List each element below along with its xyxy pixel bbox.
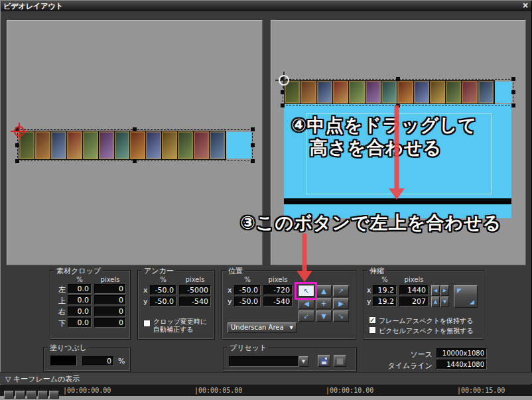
timeline-ruler[interactable]: |00:00:00.00 |00:00:05.00 |00:00:10.00 |… xyxy=(0,385,532,400)
preset-dropdown-arrow-button[interactable]: ▼ xyxy=(299,356,308,367)
percent-column-header: % xyxy=(150,276,176,283)
anchor-crosshair-icon[interactable] xyxy=(275,72,293,89)
stretch-fit-button[interactable]: ◤ ◢ xyxy=(454,285,478,308)
selection-handle[interactable] xyxy=(511,77,515,81)
crop-bottom-label: 下 xyxy=(58,318,66,328)
fit-arrow-top-left-icon: ◤ xyxy=(457,288,462,294)
keyframe-toggle-label: キーフレームの表示 xyxy=(13,375,80,383)
crop-top-pixels-field[interactable]: 0 xyxy=(94,295,126,305)
fill-percent-field[interactable]: 0 xyxy=(82,356,114,366)
anchor-x-percent-field[interactable]: -50.0 xyxy=(150,285,176,295)
fit-arrow-bottom-right-icon: ◢ xyxy=(470,299,474,305)
selection-handle[interactable] xyxy=(251,127,255,131)
stretch-x-spin-left-button[interactable]: ◀ xyxy=(431,285,440,296)
crop-top-percent-field[interactable]: 0.0 xyxy=(68,295,92,305)
align-bottom-button[interactable]: ▼ xyxy=(316,310,332,322)
transport-button[interactable] xyxy=(4,391,14,399)
source-preview-panel[interactable] xyxy=(7,20,263,265)
transport-button[interactable] xyxy=(27,391,36,399)
timeline-size-value: 1440x1080 xyxy=(436,360,487,369)
crop-right-pixels-field[interactable]: 0 xyxy=(94,306,126,316)
anchor-x-pixels-field[interactable]: -5000 xyxy=(179,285,211,295)
crop-right-label: 右 xyxy=(58,307,66,317)
crop-right-percent-field[interactable]: 0.0 xyxy=(68,306,92,316)
position-y-percent-field[interactable]: -50.0 xyxy=(234,297,261,306)
crop-left-pixels-field[interactable]: 0 xyxy=(94,284,126,294)
stretch-x-spin-right-button[interactable]: ▶ xyxy=(440,285,449,296)
selection-handle[interactable] xyxy=(15,143,19,147)
step4-annotation-line2: 高さを合わせる xyxy=(310,136,442,160)
crop-bottom-percent-field[interactable]: 0.0 xyxy=(68,318,92,328)
crop-bottom-pixels-field[interactable]: 0 xyxy=(94,318,126,328)
preset-delete-button[interactable] xyxy=(334,355,346,367)
align-center-button[interactable]: + xyxy=(316,298,332,309)
timeline-track[interactable] xyxy=(0,396,532,400)
button-pointer-arrow xyxy=(296,233,313,282)
align-bottom-right-button[interactable]: ↘ xyxy=(333,310,349,322)
selection-handle[interactable] xyxy=(251,159,255,163)
transport-button[interactable] xyxy=(49,391,59,399)
position-x-label: x xyxy=(228,286,232,295)
anchor-crosshair-icon[interactable] xyxy=(11,123,28,140)
selection-handle[interactable] xyxy=(281,90,285,94)
save-icon xyxy=(320,358,328,365)
ignore-pixel-aspect-checkbox[interactable] xyxy=(369,326,376,334)
align-top-button[interactable]: ▲ xyxy=(316,285,332,297)
preset-dropdown[interactable]: ▼ xyxy=(229,356,308,367)
selection-marquee[interactable] xyxy=(283,79,513,105)
stretch-y-percent-field[interactable]: 19.2 xyxy=(373,297,397,306)
ignore-pixel-aspect-label: ピクセルアスペクトを無視する xyxy=(379,326,474,336)
anchor-y-percent-field[interactable]: -50.0 xyxy=(150,297,176,306)
percent-column-header: % xyxy=(373,276,397,283)
selection-handle[interactable] xyxy=(511,103,515,107)
crop-top-label: 上 xyxy=(58,296,66,306)
selection-handle[interactable] xyxy=(251,143,255,147)
selection-handle[interactable] xyxy=(396,77,400,81)
position-y-pixels-field[interactable]: -540 xyxy=(263,297,293,306)
stretch-y-spin-up-button[interactable]: ▲ xyxy=(431,297,440,307)
stretch-x-percent-field[interactable]: 19.2 xyxy=(373,285,397,295)
position-group: 位置 % pixels x -50.0 -720 y -50.0 -540 ↖ … xyxy=(222,270,356,340)
auto-correct-checkbox[interactable] xyxy=(143,320,151,327)
selection-handle[interactable] xyxy=(133,127,137,131)
position-x-percent-field[interactable]: -50.0 xyxy=(234,285,261,295)
titlebar[interactable]: ビデオレイアウト × xyxy=(1,1,531,11)
stretch-x-label: x xyxy=(367,286,371,295)
keep-frame-aspect-checkbox[interactable]: ✓ xyxy=(369,316,376,324)
align-right-button[interactable]: ▶ xyxy=(333,298,349,309)
preset-group-title: プリセット xyxy=(228,343,269,353)
underscan-dropdown[interactable]: Underscan Area ▼ xyxy=(228,322,297,333)
crop-group-title: 素材クロップ xyxy=(54,266,103,276)
delete-icon xyxy=(336,358,344,365)
anchor-y-pixels-field[interactable]: -540 xyxy=(179,297,211,306)
fill-percent-unit: % xyxy=(118,357,125,366)
selection-handle[interactable] xyxy=(133,159,137,163)
selection-marquee[interactable] xyxy=(17,129,253,161)
transport-button[interactable] xyxy=(38,391,48,399)
position-group-title: 位置 xyxy=(226,266,245,276)
ruler-timestamp: |00:00:00.00 xyxy=(63,387,111,394)
chevron-down-icon: ▼ xyxy=(290,326,293,330)
stretch-y-pixels-field[interactable]: 207 xyxy=(399,297,429,306)
crop-left-percent-field[interactable]: 0.0 xyxy=(68,284,92,294)
selection-handle[interactable] xyxy=(281,103,285,107)
keyframe-toggle[interactable]: ▽ キーフレームの表示 xyxy=(5,374,80,384)
stretch-group: 伸縮 % pixels x 19.2 1440 ◀ ▶ y 19.2 207 ▲… xyxy=(363,270,484,340)
underscan-dropdown-label: Underscan Area xyxy=(231,324,284,331)
align-top-right-button[interactable]: ↗ xyxy=(333,285,349,297)
stretch-y-spin-down-button[interactable]: ▼ xyxy=(440,297,449,307)
close-button[interactable]: × xyxy=(522,1,529,10)
anchor-group: アンカー % pixels x -50.0 -5000 y -50.0 -540… xyxy=(137,270,215,340)
ruler-timestamp: |00:00:15.00 xyxy=(457,387,505,394)
step3-annotation: ③このボタンで左上を合わせる xyxy=(240,211,501,235)
preset-save-button[interactable] xyxy=(318,355,330,367)
transport-button[interactable] xyxy=(15,391,25,399)
fill-color-swatch[interactable] xyxy=(50,356,77,366)
crop-left-label: 左 xyxy=(58,285,66,295)
stretch-x-pixels-field[interactable]: 1440 xyxy=(399,285,429,295)
selection-handle[interactable] xyxy=(511,90,515,94)
align-bottom-left-button[interactable]: ↙ xyxy=(299,310,314,322)
anchor-y-label: y xyxy=(143,297,148,306)
position-x-pixels-field[interactable]: -720 xyxy=(263,285,293,295)
selection-handle[interactable] xyxy=(15,159,19,163)
